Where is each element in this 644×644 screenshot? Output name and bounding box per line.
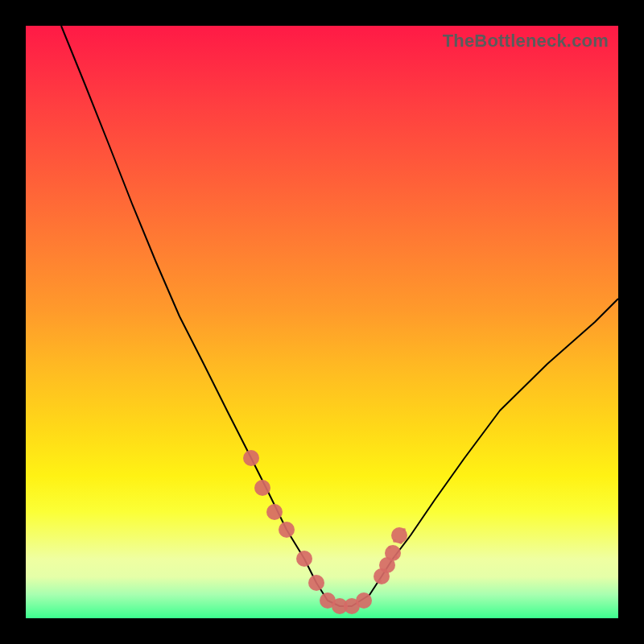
svg-point-6: [378, 580, 382, 583]
dot: [254, 480, 270, 496]
highlight-dots: [243, 450, 407, 614]
dot: [385, 545, 401, 561]
svg-point-0: [388, 546, 391, 549]
dot: [356, 592, 372, 609]
dot: [308, 575, 324, 591]
bottleneck-curve: [61, 26, 618, 606]
dot: [266, 504, 283, 520]
svg-point-3: [399, 541, 402, 544]
svg-point-2: [394, 555, 398, 559]
dot: [279, 522, 295, 538]
plot-area: TheBottleneck.com: [26, 26, 618, 618]
svg-point-4: [402, 528, 406, 531]
chart-svg: [26, 26, 618, 618]
chart-frame: TheBottleneck.com: [0, 0, 644, 644]
svg-point-1: [393, 539, 396, 543]
dot: [296, 551, 312, 567]
dot: [243, 450, 259, 466]
svg-point-5: [384, 568, 387, 572]
